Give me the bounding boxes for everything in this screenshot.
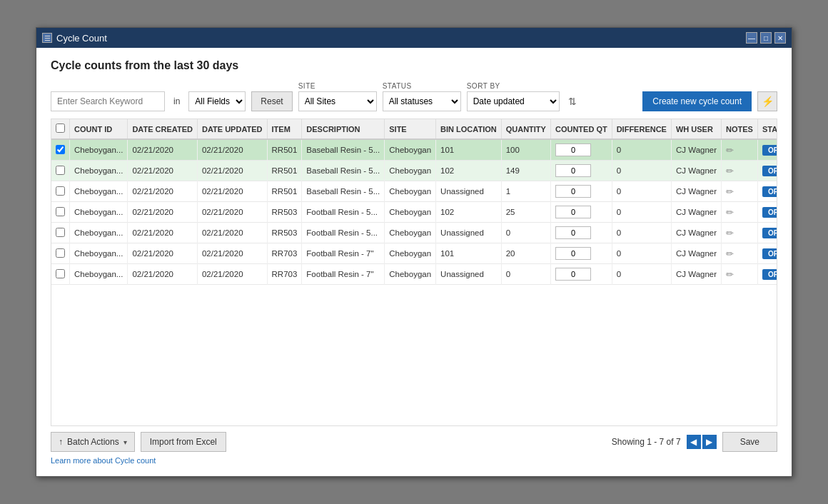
select-all-checkbox[interactable] [56, 124, 65, 133]
row-wh-user: CJ Wagner [671, 202, 721, 223]
notes-icon[interactable]: ✏ [726, 166, 734, 176]
counted-qt-input[interactable] [555, 226, 591, 239]
row-counted-qt [550, 264, 612, 285]
row-notes: ✏ [722, 181, 758, 202]
row-notes: ✏ [722, 161, 758, 181]
row-checkbox[interactable] [56, 269, 65, 278]
reset-button[interactable]: Reset [251, 91, 292, 111]
row-counted-qt [550, 161, 612, 181]
header-difference: DIFFERENCE [612, 119, 671, 139]
filters-row: in All Fields Reset SITE All Sites STATU… [51, 82, 777, 111]
notes-icon[interactable]: ✏ [726, 186, 734, 197]
batch-actions-label: Batch Actions [67, 437, 119, 447]
of-text: of [667, 437, 674, 447]
footer-left: ↑ Batch Actions ▾ Import from Excel [51, 432, 226, 452]
row-checkbox[interactable] [56, 145, 65, 154]
create-cycle-count-button[interactable]: Create new cycle count [642, 91, 752, 111]
batch-actions-button[interactable]: ↑ Batch Actions ▾ [51, 432, 135, 452]
row-wh-user: CJ Wagner [671, 243, 721, 264]
notes-icon[interactable]: ✏ [726, 269, 734, 280]
refresh-button[interactable]: ⚡ [757, 91, 777, 111]
row-wh-user: CJ Wagner [671, 264, 721, 285]
row-site: Cheboygan [385, 264, 436, 285]
status-badge: OPEN [762, 207, 777, 218]
row-checkbox[interactable] [56, 207, 65, 216]
window-icon: ☰ [42, 33, 52, 43]
counted-qt-input[interactable] [555, 185, 591, 198]
notes-icon[interactable]: ✏ [726, 145, 734, 156]
maximize-button[interactable]: □ [760, 32, 772, 44]
row-difference: 0 [612, 181, 671, 202]
notes-icon[interactable]: ✏ [726, 207, 734, 218]
table-row: Cheboygan... 02/21/2020 02/21/2020 RR703… [51, 243, 777, 264]
row-checkbox[interactable] [56, 186, 65, 196]
header-bin-location: BIN LOCATION [436, 119, 502, 139]
search-input[interactable] [51, 91, 165, 111]
counted-qt-input[interactable] [555, 206, 591, 218]
counted-qt-input[interactable] [555, 164, 591, 177]
row-bin-location: 101 [436, 139, 502, 161]
row-quantity: 1 [501, 181, 550, 202]
header-site: SITE [385, 119, 436, 139]
sort-select[interactable]: Date updated [467, 91, 560, 111]
row-description: Football Resin - 5... [302, 223, 385, 243]
status-badge: OPEN [762, 186, 777, 197]
row-checkbox-cell [51, 223, 70, 243]
header-notes: NOTES [722, 119, 758, 139]
learn-more-link[interactable]: Learn more about Cycle count [51, 455, 156, 465]
row-count-id: Cheboygan... [70, 181, 128, 202]
row-bin-location: 102 [436, 161, 502, 181]
row-quantity: 0 [501, 223, 550, 243]
row-date-created: 02/21/2020 [128, 202, 198, 223]
row-count-id: Cheboygan... [70, 264, 128, 285]
row-checkbox[interactable] [56, 248, 65, 258]
row-checkbox[interactable] [56, 228, 65, 237]
row-date-created: 02/21/2020 [128, 223, 198, 243]
prev-page-button[interactable]: ◀ [687, 435, 701, 449]
row-counted-qt [550, 181, 612, 202]
counted-qt-input[interactable] [555, 247, 591, 260]
header-item: ITEM [267, 119, 302, 139]
table-row: Cheboygan... 02/21/2020 02/21/2020 RR501… [51, 181, 777, 202]
row-count-id: Cheboygan... [70, 223, 128, 243]
row-quantity: 25 [501, 202, 550, 223]
close-button[interactable]: ✕ [774, 32, 786, 44]
next-page-button[interactable]: ▶ [702, 435, 717, 449]
status-badge: OPEN [762, 145, 777, 156]
status-select[interactable]: All statuses [383, 91, 461, 111]
row-difference: 0 [612, 264, 671, 285]
notes-icon[interactable]: ✏ [726, 228, 734, 238]
row-item: RR703 [267, 264, 302, 285]
row-date-created: 02/21/2020 [128, 181, 198, 202]
row-counted-qt [550, 223, 612, 243]
fields-select[interactable]: All Fields [188, 91, 246, 111]
row-wh-user: CJ Wagner [671, 181, 721, 202]
content-area: Cycle counts from the last 30 days in Al… [36, 48, 792, 476]
cycle-count-table-container: COUNT ID DATE CREATED DATE UPDATED ITEM … [51, 119, 777, 426]
site-select[interactable]: All Sites [298, 91, 377, 111]
save-button[interactable]: Save [722, 432, 777, 452]
filter-icon-button[interactable]: ⇅ [562, 91, 582, 111]
status-badge: OPEN [762, 166, 777, 176]
sort-label: SORT BY [467, 82, 582, 90]
counted-qt-input[interactable] [555, 143, 591, 156]
table-row: Cheboygan... 02/21/2020 02/21/2020 RR501… [51, 139, 777, 161]
row-site: Cheboygan [385, 223, 436, 243]
row-difference: 0 [612, 139, 671, 161]
row-checkbox[interactable] [56, 166, 65, 175]
row-item: RR501 [267, 139, 302, 161]
minimize-button[interactable]: — [746, 32, 757, 44]
row-checkbox-cell [51, 243, 70, 264]
row-status: OPEN [757, 202, 777, 223]
row-difference: 0 [612, 202, 671, 223]
table-row: Cheboygan... 02/21/2020 02/21/2020 RR501… [51, 161, 777, 181]
row-item: RR503 [267, 223, 302, 243]
title-bar-controls: — □ ✕ [746, 32, 786, 44]
import-from-excel-button[interactable]: Import from Excel [141, 432, 226, 452]
row-site: Cheboygan [385, 202, 436, 223]
header-wh-user: WH USER [671, 119, 721, 139]
notes-icon[interactable]: ✏ [726, 248, 734, 259]
footer-bottom: Learn more about Cycle count [51, 452, 777, 465]
counted-qt-input[interactable] [555, 268, 591, 281]
row-item: RR503 [267, 202, 302, 223]
